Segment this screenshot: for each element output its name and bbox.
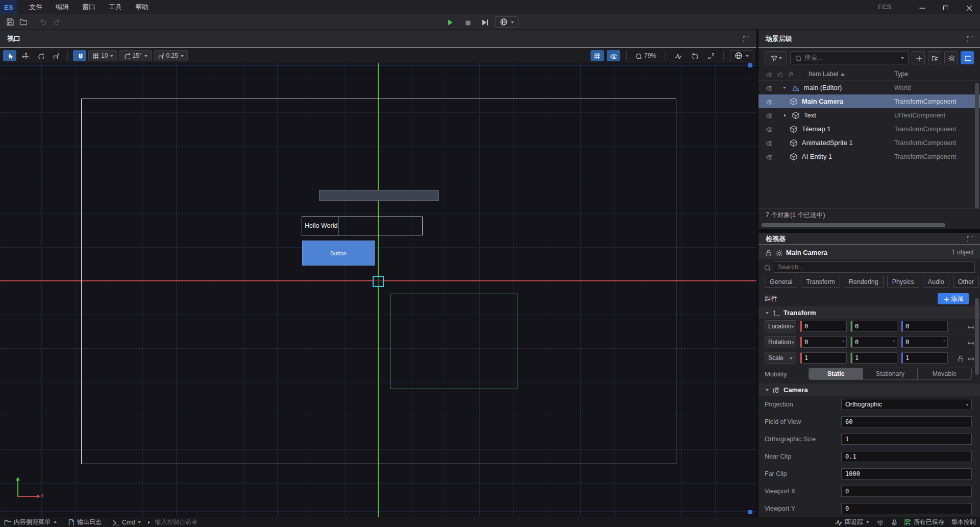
ui-bounds-handle[interactable] bbox=[748, 510, 752, 514]
eye-icon[interactable] bbox=[766, 139, 773, 146]
rotation-y-field[interactable]: 0° bbox=[850, 337, 897, 348]
stop-button[interactable] bbox=[460, 16, 474, 28]
tab-physics[interactable]: Physics bbox=[887, 276, 919, 288]
scale-z-field[interactable]: 1 bbox=[901, 352, 948, 364]
hierarchy-search-input[interactable] bbox=[804, 54, 898, 61]
mobility-movable[interactable]: Movable bbox=[918, 368, 971, 379]
step-button[interactable] bbox=[478, 16, 491, 28]
maximize-button[interactable] bbox=[933, 0, 957, 14]
rotation-dropdown[interactable]: Rotation bbox=[765, 336, 796, 348]
orthographic-size-field[interactable]: 1 bbox=[841, 434, 972, 445]
menu-edit[interactable]: 编辑 bbox=[49, 0, 76, 14]
eye-icon[interactable] bbox=[766, 98, 773, 105]
open-folder-button[interactable] bbox=[16, 16, 30, 28]
tab-other[interactable]: Other bbox=[953, 276, 979, 288]
menu-file[interactable]: 文件 bbox=[22, 0, 49, 14]
show-grid-toggle[interactable] bbox=[591, 50, 604, 61]
unlock-icon[interactable] bbox=[765, 249, 771, 256]
visibility-toggle[interactable] bbox=[607, 50, 620, 61]
view-mode-dropdown[interactable] bbox=[730, 50, 753, 61]
close-button[interactable] bbox=[957, 0, 980, 14]
link-axes-icon[interactable] bbox=[967, 339, 974, 346]
eye-icon[interactable] bbox=[766, 153, 773, 160]
column-item-label[interactable]: Item Label bbox=[800, 70, 845, 78]
inspector-search-input[interactable] bbox=[778, 264, 971, 271]
viewport-y-field[interactable]: 0 bbox=[841, 503, 972, 514]
unlock-icon[interactable] bbox=[957, 355, 963, 362]
microphone-icon[interactable] bbox=[890, 519, 897, 525]
scrollbar-thumb[interactable] bbox=[762, 223, 945, 227]
camera-selection-gizmo[interactable] bbox=[373, 276, 384, 287]
scale-dropdown[interactable]: Scale bbox=[765, 352, 796, 364]
scale-x-field[interactable]: 1 bbox=[800, 352, 847, 364]
tab-audio[interactable]: Audio bbox=[923, 276, 949, 288]
play-button[interactable] bbox=[443, 16, 456, 28]
world-mode-dropdown[interactable] bbox=[495, 16, 519, 28]
tree-row-tilemap[interactable]: Tilemap 1 TransformComponent bbox=[758, 122, 980, 136]
hierarchy-settings-button[interactable] bbox=[944, 51, 958, 64]
tree-row-main-camera[interactable]: Main Camera TransformComponent bbox=[758, 94, 980, 108]
mobility-static[interactable]: Static bbox=[809, 368, 863, 379]
version-control-button[interactable]: 版本控制 bbox=[951, 518, 976, 526]
tree-row-text[interactable]: Text UITextComponent bbox=[758, 108, 980, 122]
traceback-dropdown[interactable]: 回追踪 bbox=[835, 518, 869, 526]
far-clip-field[interactable]: 1000 bbox=[841, 468, 972, 480]
eye-icon[interactable] bbox=[766, 112, 773, 118]
ui-slider-element[interactable] bbox=[319, 190, 439, 201]
expander[interactable] bbox=[780, 85, 789, 90]
transform-section-header[interactable]: Transform bbox=[758, 306, 980, 319]
network-status-icon[interactable] bbox=[876, 519, 883, 525]
stats-button[interactable] bbox=[671, 50, 684, 61]
gear-icon[interactable] bbox=[775, 249, 782, 256]
tree-row-ai-entity[interactable]: AI Entity 1 TransformComponent bbox=[758, 150, 980, 163]
viewport-x-field[interactable]: 0 bbox=[841, 486, 972, 497]
add-entity-button[interactable] bbox=[912, 51, 925, 64]
rotate-tool-button[interactable] bbox=[34, 50, 47, 61]
select-tool-button[interactable] bbox=[3, 50, 16, 61]
inspector-vertical-scrollbar[interactable] bbox=[975, 298, 979, 375]
rotation-z-field[interactable]: 0° bbox=[901, 337, 948, 348]
scale-snap-dropdown[interactable]: 0.25 bbox=[154, 50, 188, 61]
zoom-control[interactable]: 79% bbox=[633, 50, 658, 61]
hierarchy-search[interactable] bbox=[790, 51, 909, 64]
column-type[interactable]: Type bbox=[894, 70, 908, 78]
eye-icon[interactable] bbox=[766, 126, 773, 132]
location-z-field[interactable]: 0 bbox=[901, 321, 948, 332]
snap-toggle-button[interactable] bbox=[73, 50, 86, 61]
redo-button[interactable] bbox=[50, 16, 63, 28]
projection-dropdown[interactable]: Orthographic bbox=[841, 399, 972, 410]
tab-general[interactable]: General bbox=[765, 276, 797, 288]
scale-tool-button[interactable] bbox=[49, 50, 62, 61]
reset-view-button[interactable] bbox=[688, 50, 701, 61]
filter-button[interactable] bbox=[765, 51, 787, 64]
eye-icon[interactable] bbox=[766, 84, 773, 91]
save-status[interactable]: 所有已保存 bbox=[904, 518, 944, 526]
output-log-button[interactable]: 输出日志 bbox=[67, 518, 102, 526]
rotation-snap-dropdown[interactable]: 15° bbox=[119, 50, 151, 61]
ui-bounds-handle[interactable] bbox=[748, 63, 752, 67]
undo-button[interactable] bbox=[36, 16, 50, 28]
ui-text-element[interactable]: Hello World bbox=[302, 217, 423, 235]
camera-section-header[interactable]: Camera bbox=[758, 384, 980, 396]
cmd-dropdown[interactable]: Cmd bbox=[112, 519, 141, 526]
menu-tools[interactable]: 工具 bbox=[102, 0, 129, 14]
hierarchy-horizontal-scrollbar[interactable] bbox=[758, 222, 980, 229]
tree-row-animatedsprite[interactable]: AnimatedSprite 1 TransformComponent bbox=[758, 136, 980, 150]
rotation-x-field[interactable]: 0° bbox=[800, 337, 847, 348]
menu-window[interactable]: 窗口 bbox=[76, 0, 102, 14]
grid-snap-dropdown[interactable]: 10 bbox=[88, 50, 117, 61]
screen-view-button[interactable] bbox=[961, 51, 974, 64]
add-folder-button[interactable] bbox=[928, 51, 941, 64]
near-clip-field[interactable]: 0.1 bbox=[841, 451, 972, 462]
scale-y-field[interactable]: 1 bbox=[850, 352, 897, 364]
tilemap-bounds-rect[interactable] bbox=[390, 294, 518, 389]
location-y-field[interactable]: 0 bbox=[850, 321, 897, 332]
fit-view-button[interactable] bbox=[704, 50, 717, 61]
expander[interactable] bbox=[780, 114, 789, 117]
tab-transform[interactable]: Transform bbox=[801, 276, 840, 288]
hierarchy-vertical-scrollbar[interactable] bbox=[975, 83, 979, 208]
move-tool-button[interactable] bbox=[18, 50, 32, 61]
field-of-view-field[interactable]: 60 bbox=[841, 416, 972, 427]
link-axes-icon[interactable] bbox=[967, 355, 974, 362]
add-component-button[interactable]: 添加 bbox=[938, 293, 969, 304]
